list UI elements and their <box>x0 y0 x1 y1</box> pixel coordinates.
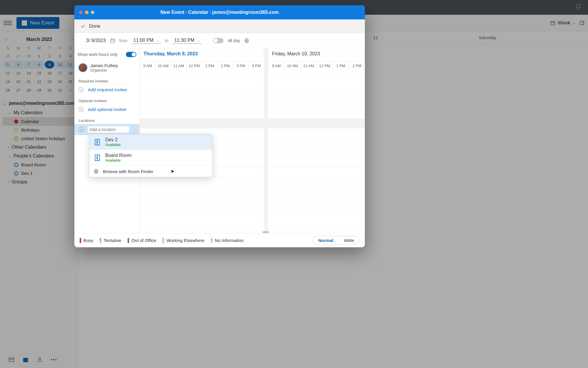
done-label: Done <box>89 24 100 29</box>
from-time-value: 11:00 PM <box>133 38 153 43</box>
mouse-cursor: ➤ <box>171 168 174 174</box>
legend-swatch <box>128 238 129 243</box>
browse-room-finder[interactable]: Browse with Room Finder <box>89 165 212 177</box>
organizer-name: James Futhey <box>90 63 118 68</box>
location-status: Available <box>105 158 132 163</box>
horizontal-scrollbar[interactable] <box>263 231 269 233</box>
close-window-button[interactable] <box>79 11 83 14</box>
location-input[interactable] <box>88 126 129 133</box>
location-option[interactable]: Board RoomAvailable <box>89 150 212 165</box>
svg-point-9 <box>96 142 97 142</box>
layout-toggle[interactable]: Normal Wide <box>313 236 360 245</box>
hour-label: 1 PM <box>202 61 218 70</box>
legend-swatch <box>100 238 101 243</box>
legend-item: Busy <box>80 238 93 243</box>
hour-label: 12 PM <box>186 61 202 70</box>
hour-label: 2 PM <box>349 61 365 70</box>
hour-label: 1 PM <box>333 61 349 70</box>
required-invitees-label: Required Invitees <box>74 75 139 84</box>
add-required-invitee[interactable]: + Add required invitee <box>74 84 139 95</box>
legend-label: Busy <box>83 238 93 243</box>
location-dropdown: Dev 2AvailableBoard RoomAvailableBrowse … <box>89 134 213 177</box>
legend-swatch <box>211 238 212 243</box>
chevron-down-icon: ⌄ <box>197 39 200 42</box>
organizer-role: Organizer <box>90 68 118 72</box>
hour-label: 10 AM <box>284 61 300 70</box>
legend-label: Out of Office <box>131 238 156 243</box>
hour-label: 11 AM <box>300 61 317 70</box>
hour-label: 11 AM <box>171 61 186 70</box>
add-location-row[interactable]: + <box>74 124 139 135</box>
timezone-icon[interactable] <box>244 38 249 43</box>
legend-swatch <box>163 238 164 243</box>
organizer-avatar <box>78 63 87 72</box>
maximize-window-button[interactable] <box>91 11 94 14</box>
chevron-down-icon: ⌄ <box>156 39 159 42</box>
plus-icon: + <box>78 87 84 92</box>
from-label: from <box>119 38 128 43</box>
location-name: Dev 2 <box>105 137 121 142</box>
to-label: to <box>165 38 168 43</box>
plus-icon: + <box>78 127 84 132</box>
hour-label: 9 AM <box>140 61 155 70</box>
svg-point-12 <box>96 158 97 158</box>
locations-label: Locations <box>74 114 139 124</box>
allday-label: All day <box>228 38 240 43</box>
from-time-select[interactable]: 11:00 PM ⌄ <box>132 37 161 44</box>
check-icon <box>80 24 86 29</box>
layout-normal[interactable]: Normal <box>313 236 339 245</box>
hour-label: 2 PM <box>217 61 233 70</box>
hour-label: 12 PM <box>316 61 333 70</box>
hour-label: 10 AM <box>155 61 171 70</box>
legend-item: Out of Office <box>128 238 156 243</box>
legend-item: Working Elsewhere <box>163 238 204 243</box>
room-icon <box>93 154 101 162</box>
add-required-label: Add required invitee <box>88 87 127 92</box>
add-optional-invitee[interactable]: + Add optional invitee <box>74 104 139 114</box>
hour-label: 4 PM <box>248 61 264 70</box>
hour-label: 9 AM <box>268 61 284 70</box>
event-date[interactable]: 3/ 9/2023 <box>86 38 106 43</box>
work-hours-label: Show work hours only <box>77 52 118 57</box>
minimize-window-button[interactable] <box>85 11 88 14</box>
allday-toggle[interactable] <box>213 38 223 43</box>
svg-rect-11 <box>97 155 100 161</box>
legend-label: Tentative <box>103 238 121 243</box>
layout-wide[interactable]: Wide <box>339 236 359 245</box>
hour-label: 3 PM <box>233 61 248 70</box>
to-time-select[interactable]: 11:30 PM ⌄ <box>173 37 202 44</box>
location-option[interactable]: Dev 2Available <box>89 134 212 150</box>
location-name: Board Room <box>105 153 132 158</box>
add-optional-label: Add optional invitee <box>88 107 126 112</box>
room-icon <box>93 138 101 146</box>
to-time-value: 11:30 PM <box>174 38 194 43</box>
globe-icon <box>93 169 99 174</box>
calendar-picker-icon[interactable] <box>110 38 115 43</box>
svg-rect-8 <box>97 139 100 145</box>
work-hours-toggle[interactable] <box>126 52 136 57</box>
modal-title: New Event · Calendar · james@meetingroom… <box>161 10 279 15</box>
day-header: Thursday, March 9, 2023 <box>140 48 264 59</box>
legend-label: Working Elsewhere <box>166 238 204 243</box>
day-header: Friday, March 10, 2023 <box>268 48 365 59</box>
legend-item: No Information <box>211 238 243 243</box>
legend-label: No Information <box>215 238 243 243</box>
browse-label: Browse with Room Finder <box>103 169 153 174</box>
new-event-modal: New Event · Calendar · james@meetingroom… <box>74 5 365 247</box>
svg-rect-5 <box>111 39 115 42</box>
plus-icon: + <box>78 107 84 112</box>
legend-item: Tentative <box>100 238 121 243</box>
location-status: Available <box>105 142 121 147</box>
optional-invitees-label: Optional Invitees <box>74 95 139 104</box>
done-button[interactable]: Done <box>74 19 365 33</box>
legend-swatch <box>80 238 81 243</box>
